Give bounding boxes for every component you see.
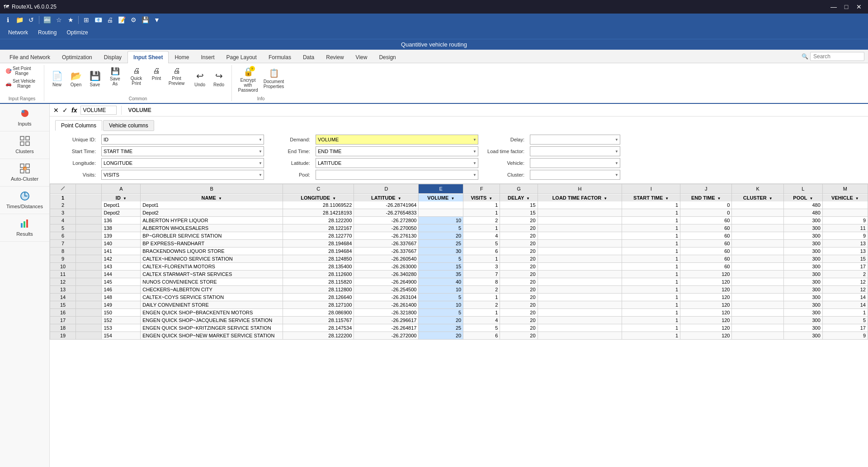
tab-formulas[interactable]: Formulas: [263, 51, 297, 63]
tab-review[interactable]: Review: [320, 51, 349, 63]
table-cell[interactable]: 20: [500, 248, 538, 255]
table-cell[interactable]: 28.147534: [283, 324, 354, 332]
table-cell[interactable]: 28.127100: [283, 301, 354, 309]
table-cell[interactable]: [732, 324, 783, 332]
table-cell[interactable]: [732, 201, 783, 209]
table-cell[interactable]: 28.194684: [283, 240, 354, 248]
table-cell[interactable]: 25: [419, 324, 463, 332]
table-cell[interactable]: 1: [622, 240, 680, 248]
table-cell[interactable]: [732, 294, 783, 301]
table-cell[interactable]: 28.122200: [283, 217, 354, 224]
table-cell[interactable]: 141: [102, 248, 141, 255]
table-cell[interactable]: [538, 294, 622, 301]
table-cell[interactable]: 28.11069522: [283, 201, 354, 209]
col-header-a[interactable]: A: [102, 184, 141, 194]
col-header-l[interactable]: L: [783, 184, 822, 194]
col-header-c[interactable]: C: [283, 184, 354, 194]
table-cell[interactable]: [538, 209, 622, 217]
latitude-select[interactable]: LATITUDE: [316, 158, 478, 168]
table-cell[interactable]: [732, 224, 783, 232]
table-cell[interactable]: 152: [102, 317, 141, 324]
table-cell[interactable]: 480: [783, 209, 822, 217]
table-cell[interactable]: 60: [680, 232, 732, 240]
table-cell[interactable]: 20: [500, 324, 538, 332]
table-cell[interactable]: 20: [500, 255, 538, 263]
table-cell[interactable]: 9: [822, 332, 868, 340]
table-cell[interactable]: -26.340280: [354, 271, 419, 278]
table-cell[interactable]: 1: [622, 301, 680, 309]
table-cell[interactable]: 60: [680, 224, 732, 232]
table-cell[interactable]: ENGEN QUICK SHOP~JACQUELINE SERVICE STAT…: [141, 317, 283, 324]
table-cell[interactable]: 5: [419, 309, 463, 317]
table-cell[interactable]: 7: [463, 271, 500, 278]
header-vehicle[interactable]: VEHICLE ▼: [822, 194, 868, 201]
table-cell[interactable]: 2: [463, 217, 500, 224]
qa-dropdown-button[interactable]: ▼: [152, 15, 162, 25]
cluster-select[interactable]: [530, 170, 620, 180]
table-cell[interactable]: [732, 278, 783, 286]
table-cell[interactable]: [538, 317, 622, 324]
qa-star2-button[interactable]: ★: [66, 15, 75, 25]
table-cell[interactable]: CALTEX~COYS SERVICE STATION: [141, 294, 283, 301]
table-cell[interactable]: [538, 324, 622, 332]
table-cell[interactable]: 30: [419, 248, 463, 255]
table-cell[interactable]: 300: [783, 217, 822, 224]
qa-mail-button[interactable]: 📧: [93, 15, 103, 25]
table-cell[interactable]: 2: [463, 286, 500, 294]
table-cell[interactable]: [538, 263, 622, 271]
table-cell[interactable]: 60: [680, 263, 732, 271]
table-cell[interactable]: 1: [463, 224, 500, 232]
table-cell[interactable]: 9: [822, 217, 868, 224]
table-cell[interactable]: [732, 217, 783, 224]
table-cell[interactable]: 120: [680, 278, 732, 286]
col-header-f[interactable]: F: [463, 184, 500, 194]
col-header-h[interactable]: H: [538, 184, 622, 194]
visits-select[interactable]: VISITS: [101, 170, 264, 180]
table-cell[interactable]: 17: [822, 263, 868, 271]
table-cell[interactable]: -26.337667: [354, 248, 419, 255]
table-cell[interactable]: 5: [822, 317, 868, 324]
table-cell[interactable]: 15: [500, 209, 538, 217]
table-cell[interactable]: ENGEN QUICK SHOP~KRITZINGER SERVICE STAT…: [141, 324, 283, 332]
redo-button[interactable]: ↪ Redo: [210, 65, 228, 92]
table-cell[interactable]: 300: [783, 232, 822, 240]
table-cell[interactable]: 12: [822, 286, 868, 294]
qa-undo-button[interactable]: ↺: [26, 15, 36, 25]
pool-select[interactable]: [316, 170, 478, 180]
tab-display[interactable]: Display: [98, 51, 127, 63]
tab-page-layout[interactable]: Page Layout: [220, 51, 262, 63]
set-point-range-button[interactable]: 🎯 Set PointRange: [4, 65, 33, 77]
table-cell[interactable]: 28.122770: [283, 232, 354, 240]
header-name[interactable]: NAME ▼: [141, 194, 283, 201]
table-cell[interactable]: 13: [822, 248, 868, 255]
header-id[interactable]: ID ▼: [102, 194, 141, 201]
table-cell[interactable]: 5: [463, 240, 500, 248]
table-cell[interactable]: 10: [419, 286, 463, 294]
table-cell[interactable]: 1: [622, 324, 680, 332]
name-box[interactable]: [80, 106, 117, 115]
table-cell[interactable]: 28.14218193: [283, 209, 354, 217]
sidebar-item-inputs[interactable]: Inputs: [0, 104, 49, 131]
table-cell[interactable]: 139: [102, 232, 141, 240]
table-cell[interactable]: 1: [622, 317, 680, 324]
table-cell[interactable]: 154: [102, 332, 141, 340]
unique-id-select[interactable]: ID: [101, 135, 264, 145]
table-cell[interactable]: 1: [622, 309, 680, 317]
table-cell[interactable]: 20: [500, 294, 538, 301]
table-cell[interactable]: 6: [463, 248, 500, 255]
qa-settings-button[interactable]: ⚙: [128, 15, 138, 25]
table-cell[interactable]: 8: [463, 278, 500, 286]
table-cell[interactable]: [538, 224, 622, 232]
table-cell[interactable]: 20: [419, 317, 463, 324]
table-cell[interactable]: Depot2: [102, 209, 141, 217]
table-cell[interactable]: 145: [102, 278, 141, 286]
table-cell[interactable]: 300: [783, 317, 822, 324]
table-cell[interactable]: 20: [500, 332, 538, 340]
formula-input[interactable]: [126, 106, 865, 114]
table-cell[interactable]: Depot2: [141, 209, 283, 217]
table-cell[interactable]: 1: [622, 201, 680, 209]
table-cell[interactable]: [538, 301, 622, 309]
search-input[interactable]: [810, 52, 864, 61]
close-button[interactable]: ✕: [854, 1, 864, 12]
sidebar-item-times-distances[interactable]: Times/Distances: [0, 187, 49, 214]
